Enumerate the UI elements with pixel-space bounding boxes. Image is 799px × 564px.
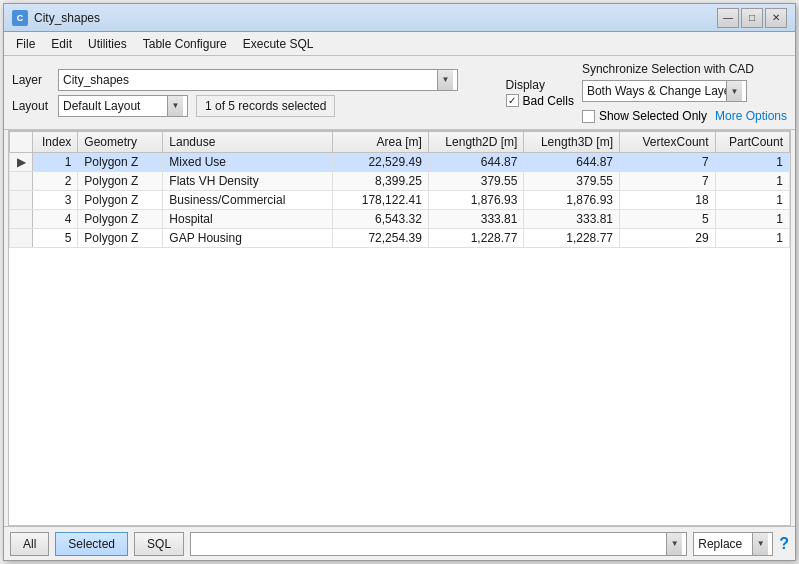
table-cell: 1,876.93 — [524, 191, 620, 210]
layer-label: Layer — [12, 73, 50, 87]
table-row[interactable]: 2Polygon ZFlats VH Density8,399.25379.55… — [10, 172, 790, 191]
maximize-button[interactable]: □ — [741, 8, 763, 28]
sync-combo-arrow: ▼ — [726, 81, 742, 101]
table-cell: Polygon Z — [78, 153, 163, 172]
window-icon: C — [12, 10, 28, 26]
table-cell: Business/Commercial — [163, 191, 333, 210]
table-cell: Flats VH Density — [163, 172, 333, 191]
sql-combo-arrow[interactable]: ▼ — [666, 533, 682, 555]
table-cell: Polygon Z — [78, 191, 163, 210]
all-button[interactable]: All — [10, 532, 49, 556]
window-title: City_shapes — [34, 11, 717, 25]
menu-table-configure[interactable]: Table Configure — [135, 34, 235, 54]
bad-cells-row: Bad Cells — [506, 94, 574, 108]
layer-combo[interactable]: City_shapes ▼ — [58, 69, 458, 91]
layer-row: Layer City_shapes ▼ — [12, 69, 498, 91]
bad-cells-label: Bad Cells — [523, 94, 574, 108]
table-cell: 333.81 — [524, 210, 620, 229]
col-header-vertex[interactable]: VertexCount — [619, 132, 715, 153]
menu-edit[interactable]: Edit — [43, 34, 80, 54]
show-selected-checkbox[interactable] — [582, 110, 595, 123]
col-header-geometry[interactable]: Geometry — [78, 132, 163, 153]
table-cell: 7 — [619, 172, 715, 191]
table-cell: 1,228.77 — [428, 229, 524, 248]
table-cell: Hospital — [163, 210, 333, 229]
col-header-length3d[interactable]: Length3D [m] — [524, 132, 620, 153]
data-table: Index Geometry Landuse Area [m] Length2D… — [9, 131, 790, 248]
table-cell: Polygon Z — [78, 210, 163, 229]
main-window: C City_shapes — □ ✕ File Edit Utilities … — [3, 3, 796, 561]
table-cell: 1 — [715, 210, 789, 229]
sql-input-combo[interactable]: ▼ — [190, 532, 687, 556]
sync-value: Both Ways & Change Layer — [587, 84, 726, 98]
table-row[interactable]: 3Polygon ZBusiness/Commercial178,122.411… — [10, 191, 790, 210]
table-cell: 379.55 — [524, 172, 620, 191]
table-cell: 7 — [619, 153, 715, 172]
sync-combo[interactable]: Both Ways & Change Layer ▼ — [582, 80, 747, 102]
col-header-part[interactable]: PartCount — [715, 132, 789, 153]
table-row[interactable]: 5Polygon ZGAP Housing72,254.391,228.771,… — [10, 229, 790, 248]
show-selected-label: Show Selected Only — [599, 109, 707, 123]
table-cell: GAP Housing — [163, 229, 333, 248]
table-cell: 178,122.41 — [333, 191, 429, 210]
table-cell: 1 — [715, 191, 789, 210]
layer-combo-arrow: ▼ — [437, 70, 453, 90]
table-cell: 5 — [33, 229, 78, 248]
col-header-area[interactable]: Area [m] — [333, 132, 429, 153]
table-cell: 72,254.39 — [333, 229, 429, 248]
table-cell: 18 — [619, 191, 715, 210]
replace-value: Replace — [698, 537, 752, 551]
table-row[interactable]: ▶1Polygon ZMixed Use22,529.49644.87644.8… — [10, 153, 790, 172]
table-cell: 644.87 — [524, 153, 620, 172]
replace-combo-arrow[interactable]: ▼ — [752, 533, 768, 555]
table-cell — [10, 229, 33, 248]
layout-combo-arrow: ▼ — [167, 96, 183, 116]
display-section: Display Bad Cells — [506, 78, 574, 108]
bad-cells-checkbox[interactable] — [506, 94, 519, 107]
records-info: 1 of 5 records selected — [196, 95, 335, 117]
table-body: ▶1Polygon ZMixed Use22,529.49644.87644.8… — [10, 153, 790, 248]
more-options-link[interactable]: More Options — [715, 109, 787, 123]
table-cell: 379.55 — [428, 172, 524, 191]
layout-label: Layout — [12, 99, 50, 113]
data-table-container: Index Geometry Landuse Area [m] Length2D… — [8, 130, 791, 526]
close-button[interactable]: ✕ — [765, 8, 787, 28]
table-cell: 22,529.49 — [333, 153, 429, 172]
layout-combo[interactable]: Default Layout ▼ — [58, 95, 188, 117]
display-label: Display — [506, 78, 545, 92]
layer-value: City_shapes — [63, 73, 437, 87]
table-cell: Mixed Use — [163, 153, 333, 172]
minimize-button[interactable]: — — [717, 8, 739, 28]
sync-section: Synchronize Selection with CAD Both Ways… — [582, 62, 787, 123]
help-button[interactable]: ? — [779, 535, 789, 553]
sync-label: Synchronize Selection with CAD — [582, 62, 787, 76]
table-cell: 3 — [33, 191, 78, 210]
table-header-row: Index Geometry Landuse Area [m] Length2D… — [10, 132, 790, 153]
table-cell: 1,876.93 — [428, 191, 524, 210]
col-header-landuse[interactable]: Landuse — [163, 132, 333, 153]
title-buttons: — □ ✕ — [717, 8, 787, 28]
selected-button[interactable]: Selected — [55, 532, 128, 556]
status-bar: All Selected SQL ▼ Replace ▼ ? — [4, 526, 795, 560]
table-cell: 2 — [33, 172, 78, 191]
table-cell: 5 — [619, 210, 715, 229]
replace-combo[interactable]: Replace ▼ — [693, 532, 773, 556]
table-cell — [10, 191, 33, 210]
table-cell — [10, 172, 33, 191]
menu-bar: File Edit Utilities Table Configure Exec… — [4, 32, 795, 56]
col-header-length2d[interactable]: Length2D [m] — [428, 132, 524, 153]
title-bar: C City_shapes — □ ✕ — [4, 4, 795, 32]
menu-file[interactable]: File — [8, 34, 43, 54]
sql-input[interactable] — [195, 537, 666, 551]
table-cell: 644.87 — [428, 153, 524, 172]
col-header-index[interactable]: Index — [33, 132, 78, 153]
table-cell: 1,228.77 — [524, 229, 620, 248]
toolbar-left: Layer City_shapes ▼ Layout Default Layou… — [12, 69, 498, 117]
table-cell: 8,399.25 — [333, 172, 429, 191]
menu-execute-sql[interactable]: Execute SQL — [235, 34, 322, 54]
table-cell — [10, 210, 33, 229]
menu-utilities[interactable]: Utilities — [80, 34, 135, 54]
table-row[interactable]: 4Polygon ZHospital6,543.32333.81333.8151 — [10, 210, 790, 229]
table-cell: 333.81 — [428, 210, 524, 229]
sql-button[interactable]: SQL — [134, 532, 184, 556]
